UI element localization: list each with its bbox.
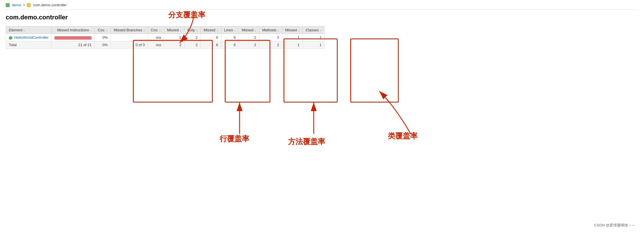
col-classes[interactable]: Classes ⬦ [303, 26, 325, 34]
col-methods[interactable]: Methods ⬦ [259, 26, 282, 34]
sort-icon-lines: ⬦ [234, 29, 236, 32]
col-cov2[interactable]: Cov. ⬦ [148, 26, 164, 34]
breadcrumb-demo-link[interactable]: demo [12, 3, 21, 7]
cell-classes-2: 1 [303, 41, 325, 49]
cell-methods-2: 2 [259, 41, 282, 49]
col-cxty[interactable]: Cxty ⬦ [185, 26, 201, 34]
sort-icon-missed-methods: ⬦ [254, 29, 256, 32]
controller-icon [27, 3, 31, 7]
sort-icon-classes: ⬦ [320, 29, 321, 32]
cell-missed-methods-2: 2 [239, 41, 259, 49]
col-missed-cxty[interactable]: Missed ⬦ [164, 26, 185, 34]
cell-missed-instructions-1 [52, 34, 95, 41]
cell-lines-1: 6 [221, 34, 239, 41]
sort-icon-cxty: ⬦ [196, 29, 198, 32]
sort-icon-missed-cxty: ⬦ [180, 29, 181, 32]
arrow-method-coverage [299, 97, 328, 137]
red-box-branches [133, 40, 213, 103]
element-link-1[interactable]: HelloWorldController [15, 35, 49, 40]
cell-lines-2: 6 [221, 41, 239, 49]
col-missed-instructions[interactable]: Missed Instructions ⬦ [52, 26, 95, 34]
table-row: HelloWorldController 0% n/a 2 2 6 6 2 2 … [6, 34, 325, 41]
cell-classes-1: 1 [303, 34, 325, 41]
breadcrumb: demo > com.demo.controller [6, 3, 638, 10]
col-missed-methods[interactable]: Missed ⬦ [239, 26, 259, 34]
cell-missed-classes-1: 1 [282, 34, 303, 41]
breadcrumb-separator: > [23, 3, 25, 7]
cell-missed-lines-1: 6 [201, 34, 221, 41]
cell-methods-1: 2 [259, 34, 282, 41]
col-element[interactable]: Element ⬦ [6, 26, 52, 34]
cell-missed-instructions-2: 21 of 21 [52, 41, 95, 49]
arrow-line-coverage [222, 97, 257, 137]
sort-icon-methods: ⬦ [278, 29, 279, 32]
col-lines[interactable]: Lines ⬦ [221, 26, 239, 34]
cell-cov2-1: n/a [148, 34, 164, 41]
coverage-table: Element ⬦ Missed Instructions ⬦ Cov. ⬦ M… [6, 26, 325, 49]
method-coverage-label: 方法覆盖率 [288, 137, 325, 147]
red-box-lines [225, 40, 270, 103]
col-cov1[interactable]: Cov. ⬦ [95, 26, 111, 34]
sort-icon-missed-instructions: ⬦ [90, 29, 92, 32]
cell-cov1-2: 0% [95, 41, 111, 49]
sort-icon-missed-branches: ⬦ [143, 29, 145, 32]
table-header-row: Element ⬦ Missed Instructions ⬦ Cov. ⬦ M… [6, 26, 325, 34]
arrow-class-coverage [365, 85, 422, 137]
sort-icon-missed-lines: ⬦ [216, 29, 218, 32]
cell-missed-methods-1: 2 [239, 34, 259, 41]
cell-missed-classes-2: 1 [282, 41, 303, 49]
cell-cxty-2: 2 [185, 41, 201, 49]
sort-icon-missed-classes: ⬦ [298, 29, 300, 32]
sort-icon-cov2: ⬦ [159, 29, 161, 32]
cell-missed-branches-2: 0 of 0 [111, 41, 148, 49]
red-box-classes [350, 38, 399, 103]
sort-icon-element: ⬦ [23, 29, 25, 32]
line-coverage-label: 行覆盖率 [220, 134, 249, 144]
sort-icon-cov1: ⬦ [106, 29, 108, 32]
footer: CSDN @爱埋珊瑚海～～ [594, 223, 635, 228]
cell-cov2-2: n/a [148, 41, 164, 49]
cell-element-2: Total [6, 41, 52, 49]
page-title: com.demo.controller [6, 14, 638, 21]
col-missed-branches[interactable]: Missed Branches ⬦ [111, 26, 148, 34]
cell-missed-lines-2: 6 [201, 41, 221, 49]
cell-missed-cxty-2: 2 [164, 41, 185, 49]
table-row: Total 21 of 21 0% 0 of 0 n/a 2 2 6 6 2 2… [6, 41, 325, 49]
class-coverage-label: 类覆盖率 [388, 131, 418, 141]
progress-fill-1 [54, 36, 92, 40]
cell-missed-branches-1 [111, 34, 148, 41]
cell-missed-cxty-1: 2 [164, 34, 185, 41]
cell-cxty-1: 2 [185, 34, 201, 41]
progress-bar-1 [54, 36, 92, 40]
breadcrumb-current: com.demo.controller [33, 3, 67, 7]
col-missed-lines[interactable]: Missed ⬦ [201, 26, 221, 34]
demo-icon [6, 3, 10, 7]
cell-cov1-1: 0% [95, 34, 111, 41]
status-icon-1 [9, 36, 12, 40]
col-missed-classes[interactable]: Missed ⬦ [282, 26, 303, 34]
footer-text: CSDN @爱埋珊瑚海～～ [594, 223, 635, 227]
cell-element-1: HelloWorldController [6, 34, 52, 41]
